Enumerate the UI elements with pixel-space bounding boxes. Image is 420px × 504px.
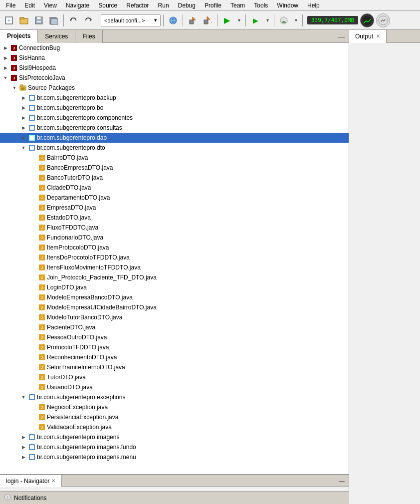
tree-item-validacaoexception[interactable]: ▶ J ValidacaoException.java [0,422,349,432]
run-dropdown-button[interactable]: ▾ [235,13,243,27]
tree-item-estadodto[interactable]: ▶ J EstadoDTO.java [0,213,349,223]
tree-item-reconhecimento[interactable]: ▶ J ReconhecimentoDTO.java [0,352,349,362]
memory-graph-button[interactable] [360,13,374,27]
navigator-tab-close-button[interactable]: ✕ [51,478,55,484]
tree-item-bairrodto[interactable]: ▶ J BairroDTO.java [0,153,349,163]
expand-icon-sisl9hospeda[interactable]: ▶ [2,64,9,71]
tree-item-pkg-consultas[interactable]: ▶ br.com.subgerentepro.consultas [0,123,349,133]
memory-indicator[interactable]: 339,7/497,0MB [307,16,358,24]
profile-dropdown-button[interactable]: ▾ [292,13,300,27]
tree-item-pkg-imagens-fundo[interactable]: ▶ br.com.subgerentepro.imagens.fundo [0,442,349,452]
menu-refactor[interactable]: Refactor [122,1,153,10]
tree-item-itensFluxo[interactable]: ▶ J ItensFluxoMovimentoTFDDTO.java [0,262,349,272]
expand-icon-sishanna[interactable]: ▶ [2,54,9,61]
tree-item-pkg-dto[interactable]: ▼ br.com.subgerentepro.dto [0,143,349,153]
expand-icon-pkg-imagens[interactable]: ▶ [20,434,27,441]
notifications-bar[interactable]: i Notifications [0,491,349,504]
tree-item-itensDoProtocolo[interactable]: ▶ J ItensDoProcotoloTFDDTO.java [0,252,349,262]
menu-tools[interactable]: Tools [250,1,272,10]
expand-icon-sourcepackages[interactable]: ▼ [11,84,18,91]
open-project-button[interactable] [17,13,31,27]
tree-item-pkg-exceptions[interactable]: ▼ br.com.subgerentepro.exceptions [0,392,349,402]
debug-dropdown-button[interactable]: ▾ [263,13,271,27]
menu-navigate[interactable]: Navigate [62,1,93,10]
tree-item-pkg-imagens[interactable]: ▶ br.com.subgerentepro.imagens [0,432,349,442]
menu-profile[interactable]: Profile [201,1,225,10]
tree-item-sishanna[interactable]: ▶ J SisHanna [0,53,349,63]
tree-item-departamentodto[interactable]: ▶ J DepartamentoDTO.java [0,193,349,203]
tree-item-tutordto[interactable]: ▶ J TutorDTO.java [0,372,349,382]
expand-icon-pkg-componentes[interactable]: ▶ [20,114,27,121]
expand-icon-pkg-imagens-menu[interactable]: ▶ [20,454,27,461]
gc-button[interactable] [376,13,390,27]
menu-run[interactable]: Run [154,1,173,10]
expand-icon-sisprotocolojava[interactable]: ▼ [2,74,9,81]
tree-item-sisprotocolojava[interactable]: ▼ J SisProtocoloJava [0,73,349,83]
tree-item-pkg-dao[interactable]: ▶ br.com.subgerentepro.dao [0,133,349,143]
tree-item-modeloempresabanco[interactable]: ▶ J ModeloEmpresaBancoDTO.java [0,292,349,302]
menu-file[interactable]: File [2,1,19,10]
tree-item-modelotutorbanco[interactable]: ▶ J ModeloTutorBancoDTO.java [0,312,349,322]
menu-view[interactable]: View [40,1,61,10]
output-tab-close-button[interactable]: ✕ [376,33,380,39]
menu-window[interactable]: Window [273,1,302,10]
tree-item-joinProtocolo[interactable]: ▶ J Join_Protocolo_Paciente_TFD_DTO.java [0,272,349,282]
tree-item-logindto[interactable]: ▶ J LoginDTO.java [0,282,349,292]
tab-files[interactable]: Files [75,30,102,43]
run-button[interactable]: ▶ [220,13,234,27]
redo-button[interactable] [81,13,95,27]
expand-icon-pkg-dao[interactable]: ▶ [20,134,27,141]
tree-item-modeloempresaUf[interactable]: ▶ J ModeloEmpresaUfCidadeBairroDTO.java [0,302,349,312]
tree-item-pacientedto[interactable]: ▶ J PacienteDTO.java [0,322,349,332]
tree-item-pkg-imagens-menu[interactable]: ▶ br.com.subgerentepro.imagens.menu [0,452,349,462]
menu-team[interactable]: Team [226,1,249,10]
tree-item-setortramite[interactable]: ▶ J SetorTramiteInternoDTO.java [0,362,349,372]
tree-item-pessoadto[interactable]: ▶ J PessoaOutroDTO.java [0,332,349,342]
tree-item-negocioexception[interactable]: ▶ J NegocioException.java [0,402,349,412]
tree-item-pkg-backup[interactable]: ▶ br.com.subgerentepro.backup [0,93,349,103]
menu-edit[interactable]: Edit [20,1,39,10]
tree-item-pkg-bo[interactable]: ▶ br.com.subgerentepro.bo [0,103,349,113]
tab-services[interactable]: Services [38,30,75,43]
tree-item-cidadedto[interactable]: ▶ J CidadeDTO.java [0,183,349,193]
menu-help[interactable]: Help [303,1,324,10]
expand-icon-pkg-consultas[interactable]: ▶ [20,124,27,131]
clean-build-button[interactable] [186,13,200,27]
menu-debug[interactable]: Debug [174,1,200,10]
config-dropdown[interactable]: <default confi...> ▾ [101,14,161,26]
tree-item-sisl9hospeda[interactable]: ▶ J Sisl9Hospeda [0,63,349,73]
tree-item-bancotutordto[interactable]: ▶ J BancoTutorDTO.java [0,173,349,183]
tree-item-sourcepackages[interactable]: ▼ Source Packages [0,83,349,93]
build-button[interactable]: + [201,13,214,27]
tree-item-funcionariodto[interactable]: ▶ J FuncionarioDTO.java [0,233,349,243]
tree-item-connectionbug[interactable]: ▶ J ConnectionBug [0,43,349,53]
tree-item-itemprotocolodto[interactable]: ▶ J ItemProtocoloDTO.java [0,243,349,252]
tree-item-bancoempresadto[interactable]: ▶ J BancoEmpresaDTO.java [0,163,349,173]
debug-button[interactable]: ▶ [248,13,262,27]
expand-icon-pkg-bo[interactable]: ▶ [20,104,27,111]
expand-icon-connectionbug[interactable]: ▶ [2,44,9,51]
project-tree[interactable]: ▶ J ConnectionBug ▶ J SisHanna ▶ J [0,43,349,474]
tab-projects[interactable]: Projects [0,30,38,43]
tree-item-usuariodto[interactable]: ▶ J UsuarioDTO.java [0,382,349,392]
tree-item-persistenciaexception[interactable]: ▶ J PersistenciaException.java [0,412,349,422]
new-project-button[interactable]: + [2,13,16,27]
expand-icon-pkg-backup[interactable]: ▶ [20,94,27,101]
tree-item-fluxotfddto[interactable]: ▶ J FluxoTFDDTO.java [0,223,349,233]
menu-source[interactable]: Source [94,1,121,10]
save-button[interactable] [32,13,46,27]
globe-button[interactable] [166,13,180,27]
tab-output[interactable]: Output ✕ [349,30,387,43]
expand-icon-pkg-dto[interactable]: ▼ [20,144,27,151]
tree-item-empresadto[interactable]: ▶ J EmpresaDTO.java [0,203,349,213]
navigator-minimize-button[interactable]: — [335,477,349,486]
profile-button[interactable] [277,13,291,27]
panel-minimize-button[interactable]: — [334,31,349,41]
tree-item-pkg-componentes[interactable]: ▶ br.com.subgerentepro.componentes [0,113,349,123]
tab-navigator[interactable]: login - Navigator ✕ [0,475,62,487]
expand-icon-pkg-exceptions[interactable]: ▼ [20,394,27,401]
undo-button[interactable] [66,13,80,27]
expand-icon-pkg-imagens-fundo[interactable]: ▶ [20,444,27,451]
tree-item-protocolo[interactable]: ▶ J ProtocoloTFDDTO.java [0,342,349,352]
save-all-button[interactable] [47,13,61,27]
